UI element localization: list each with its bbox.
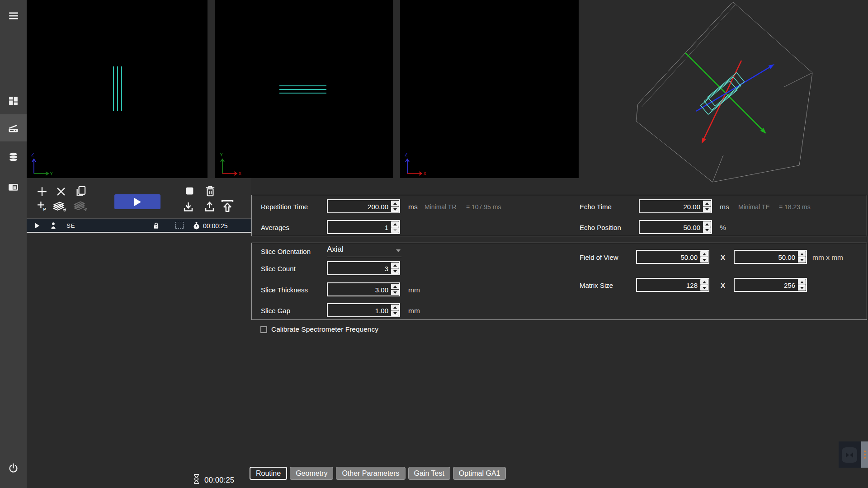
calibrate-frequency-label: Calibrate Spectrometer Frequency [271,325,378,333]
slice-line [279,89,326,90]
copy-button[interactable] [75,185,87,197]
fov-y-field[interactable]: 50.00 [734,250,807,264]
menu-button[interactable] [0,2,27,29]
slice-line [279,85,326,86]
sidebar [0,0,27,488]
geometry-parameters-panel: Slice Orientation Axial Slice Count 3 Sl… [251,243,867,320]
echo-position-label: Echo Position [580,224,621,231]
viewport-axial[interactable]: Y X [215,0,393,178]
tab-optimal-ga1[interactable]: Optimal GA1 [453,467,506,480]
echo-time-field[interactable]: 20.00 [639,199,712,213]
slice-line [279,93,326,94]
scanner-icon [7,122,19,134]
svg-text:Z: Z [31,152,34,157]
multislice-button[interactable] [52,201,67,213]
upload-to-scanner-button[interactable] [220,199,235,213]
multislice-disabled-button[interactable] [73,200,88,213]
geometry-3d-view[interactable] [579,0,868,185]
svg-text:X: X [238,171,242,176]
minimal-te-value: = 18.23 ms [779,203,811,211]
spin-down-button[interactable] [798,257,806,263]
repetition-time-unit: ms [408,203,418,211]
spin-down-button[interactable] [703,227,711,233]
tab-geometry[interactable]: Geometry [290,467,333,480]
matrix-y-field[interactable]: 256 [734,278,807,292]
hourglass-icon [192,473,201,485]
tab-other-parameters[interactable]: Other Parameters [336,467,405,480]
spin-down-button[interactable] [391,268,399,274]
run-scan-button[interactable] [114,194,160,209]
spin-up-button[interactable] [798,251,806,257]
sidebar-item-dashboard[interactable] [0,87,27,114]
spin-up-button[interactable] [700,251,708,257]
slice-count-field[interactable]: 3 [327,261,400,275]
power-button[interactable] [0,455,27,482]
slice-gap-unit: mm [408,307,420,315]
spin-up-button[interactable] [703,221,711,227]
slice-gap-field[interactable]: 1.00 [327,303,400,317]
spin-down-button[interactable] [700,285,708,291]
slice-stack-3d [701,73,744,114]
remove-button[interactable] [56,186,66,197]
spin-up-button[interactable] [703,201,711,206]
spin-up-button[interactable] [391,221,399,227]
gradient-axes [685,53,774,144]
spin-up-button[interactable] [391,201,399,206]
stop-button[interactable] [185,186,194,196]
stopwatch-icon [192,221,201,230]
calibrate-frequency-checkbox[interactable] [260,326,267,333]
repetition-time-field[interactable]: 200.00 [327,199,400,213]
fov-unit: mm x mm [812,253,843,262]
echo-time-unit: ms [720,203,729,211]
minimal-te-hint: Minimal TE [738,203,770,211]
slice-thickness-field[interactable]: 3.00 [327,282,400,296]
slice-count-label: Slice Count [261,265,296,272]
matrix-x-field[interactable]: 128 [636,278,709,292]
sidebar-item-scanner[interactable] [0,114,27,141]
slice-orientation-dropdown[interactable]: Axial [327,245,401,254]
spin-down-button[interactable] [391,310,399,316]
scan-duration: 00:00:25 [203,222,228,230]
slice-orientation-label: Slice Orientation [261,248,311,255]
spin-up-button[interactable] [798,279,806,285]
spin-up-button[interactable] [391,305,399,310]
overlay-widget-panel [839,441,861,468]
fov-x-field[interactable]: 50.00 [636,250,709,264]
viewport-sagittal[interactable]: Z X [400,0,579,178]
averages-field[interactable]: 1 [327,220,400,234]
spin-down-button[interactable] [391,227,399,233]
hamburger-icon [8,10,19,22]
overlay-widget-icon[interactable] [842,447,857,463]
sequence-toolbar: P [27,178,251,218]
sequence-name: SE [66,222,75,229]
tab-gain-test[interactable]: Gain Test [408,467,450,480]
spin-down-button[interactable] [391,206,399,212]
calibrate-frequency-row: Calibrate Spectrometer Frequency [260,325,378,333]
spin-down-button[interactable] [700,257,708,263]
add-button[interactable] [36,186,48,197]
spin-down-button[interactable] [391,290,399,295]
spin-down-button[interactable] [703,206,711,212]
delete-button[interactable] [204,185,216,197]
echo-position-field[interactable]: 50.00 [639,220,712,234]
tab-routine[interactable]: Routine [250,467,287,480]
slice-thickness-label: Slice Thickness [261,286,308,294]
upload-button[interactable] [203,201,216,213]
parameter-tabs: Routine Geometry Other Parameters Gain T… [250,467,506,480]
sidebar-item-data[interactable] [0,144,27,171]
registration-card-icon [7,182,19,193]
add-protocol-button[interactable]: P [36,200,47,211]
sidebar-item-registration[interactable] [0,174,27,201]
spin-up-button[interactable] [391,284,399,289]
scan-queue-item[interactable]: SE 00:00:25 [27,218,251,233]
spin-up-button[interactable] [391,263,399,268]
svg-text:P: P [43,207,46,211]
download-button[interactable] [182,201,194,213]
chevron-down-icon [396,249,401,252]
viewport-coronal[interactable]: Z Y [27,0,208,178]
power-icon [8,463,19,474]
spin-down-button[interactable] [798,285,806,291]
database-icon [8,151,19,163]
overlay-widget-handle[interactable] [861,441,868,468]
spin-up-button[interactable] [700,279,708,285]
